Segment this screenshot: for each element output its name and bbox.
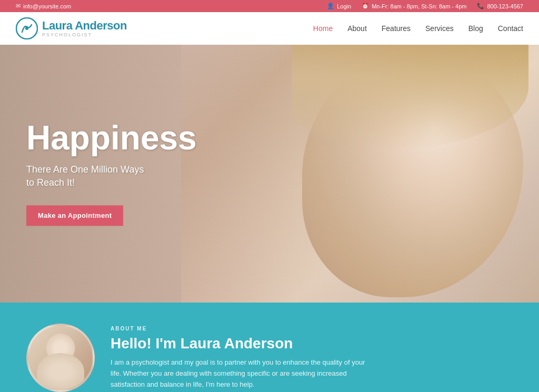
hero-subtitle: There Are One Million Ways to Reach It!	[26, 163, 197, 189]
nav-item-contact[interactable]: Contact	[498, 24, 523, 33]
logo-icon	[16, 17, 38, 39]
logo-text-container: Laura Anderson Psychologist	[42, 19, 127, 37]
top-bar-left: ✉ info@yoursite.com	[16, 3, 71, 9]
main-nav: Home About Features Services Blog Contac…	[313, 24, 523, 33]
about-avatar	[26, 324, 95, 392]
about-description: I am a psychologist and my goal is to pa…	[111, 357, 374, 390]
nav-item-blog[interactable]: Blog	[468, 24, 483, 33]
login-item[interactable]: 👤 Login	[327, 3, 351, 9]
email-item: ✉ info@yoursite.com	[16, 3, 71, 9]
nav-item-features[interactable]: Features	[382, 24, 411, 33]
about-heading: Hello! I'm Laura Anderson	[111, 335, 374, 353]
hours-text: Mn-Fr: 8am - 8pm, St-Sn: 8am - 4pm	[372, 3, 466, 9]
hero-content: Happiness There Are One Million Ways to …	[26, 121, 197, 226]
hero-title: Happiness	[26, 121, 197, 155]
logo[interactable]: Laura Anderson Psychologist	[16, 17, 127, 39]
appointment-button[interactable]: Make an Appointment	[26, 206, 123, 226]
logo-name: Laura Anderson	[42, 19, 127, 32]
about-label: ABOUT ME	[111, 326, 374, 331]
logo-subtitle: Psychologist	[42, 32, 127, 37]
phone-icon: 📞	[477, 3, 484, 9]
phone-item: 📞 800-123-4567	[477, 3, 523, 9]
email-icon: ✉	[16, 3, 21, 9]
user-icon: 👤	[327, 3, 334, 9]
about-text: ABOUT ME Hello! I'm Laura Anderson I am …	[111, 326, 374, 390]
top-bar: ✉ info@yoursite.com 👤 Login ⏰ Mn-Fr: 8am…	[0, 0, 539, 12]
about-section: ABOUT ME Hello! I'm Laura Anderson I am …	[0, 303, 539, 392]
phone-text: 800-123-4567	[487, 3, 523, 9]
nav-item-home[interactable]: Home	[313, 24, 333, 33]
nav-item-about[interactable]: About	[347, 24, 367, 33]
hero-subtitle-line1: There Are One Million Ways	[26, 164, 144, 175]
login-text: Login	[337, 3, 351, 9]
nav-item-services[interactable]: Services	[425, 24, 454, 33]
top-bar-right: 👤 Login ⏰ Mn-Fr: 8am - 8pm, St-Sn: 8am -…	[327, 3, 523, 9]
clock-icon: ⏰	[362, 3, 369, 9]
hero-subtitle-line2: to Reach It!	[26, 178, 75, 188]
hero-section: Happiness There Are One Million Ways to …	[0, 45, 539, 303]
svg-point-1	[25, 27, 28, 30]
email-text: info@yoursite.com	[23, 3, 71, 9]
hours-item: ⏰ Mn-Fr: 8am - 8pm, St-Sn: 8am - 4pm	[362, 3, 466, 9]
site-header: Laura Anderson Psychologist Home About F…	[0, 12, 539, 45]
